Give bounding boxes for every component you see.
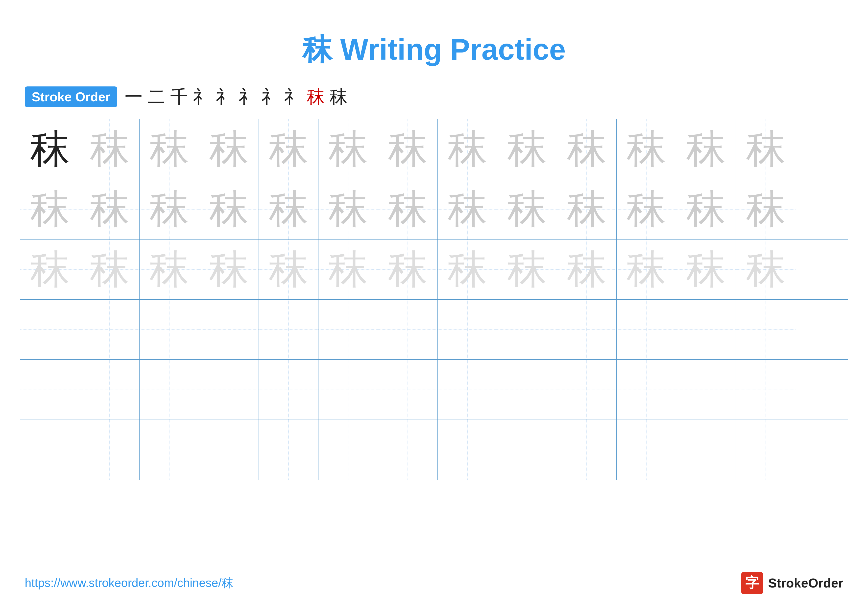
stroke-step-8: 礻 [284,85,302,109]
char-display: 秣 [90,250,129,289]
stroke-step-3: 千 [170,85,188,109]
grid-row-6 [20,420,848,480]
grid-cell-3-4[interactable]: 秣 [199,239,259,299]
grid-cell-3-13[interactable]: 秣 [736,239,795,299]
grid-cell-6-7[interactable] [378,420,438,480]
grid-cell-2-2[interactable]: 秣 [80,179,140,239]
grid-cell-5-13[interactable] [736,360,795,420]
grid-cell-3-7[interactable]: 秣 [378,239,438,299]
grid-cell-5-2[interactable] [80,360,140,420]
grid-cell-2-10[interactable]: 秣 [557,179,617,239]
grid-cell-6-2[interactable] [80,420,140,480]
char-display: 秣 [30,129,70,169]
grid-cell-5-9[interactable] [498,360,557,420]
grid-cell-1-13[interactable]: 秣 [736,119,795,179]
grid-cell-3-6[interactable]: 秣 [318,239,378,299]
grid-cell-1-11[interactable]: 秣 [617,119,676,179]
stroke-step-4: 礻 [193,85,211,109]
char-display: 秣 [90,129,129,169]
stroke-step-10: 秣 [330,85,347,109]
grid-cell-3-8[interactable]: 秣 [438,239,498,299]
grid-cell-6-11[interactable] [617,420,676,480]
grid-cell-6-12[interactable] [676,420,736,480]
grid-cell-1-3[interactable]: 秣 [140,119,199,179]
grid-cell-1-6[interactable]: 秣 [318,119,378,179]
grid-cell-4-1[interactable] [20,300,80,359]
char-display: 秣 [567,129,606,169]
grid-cell-6-10[interactable] [557,420,617,480]
stroke-order-section: Stroke Order 一 二 千 礻 礻 礻 礻 礻 秣 秣 [25,85,868,109]
grid-cell-1-1[interactable]: 秣 [20,119,80,179]
grid-cell-2-13[interactable]: 秣 [736,179,795,239]
grid-cell-6-6[interactable] [318,420,378,480]
grid-cell-4-10[interactable] [557,300,617,359]
grid-cell-1-7[interactable]: 秣 [378,119,438,179]
grid-cell-4-4[interactable] [199,300,259,359]
grid-cell-5-7[interactable] [378,360,438,420]
grid-cell-1-2[interactable]: 秣 [80,119,140,179]
grid-cell-2-5[interactable]: 秣 [259,179,318,239]
grid-cell-3-1[interactable]: 秣 [20,239,80,299]
grid-cell-2-12[interactable]: 秣 [676,179,736,239]
grid-cell-1-10[interactable]: 秣 [557,119,617,179]
grid-cell-3-5[interactable]: 秣 [259,239,318,299]
grid-cell-6-9[interactable] [498,420,557,480]
char-display: 秣 [507,129,547,169]
grid-row-2: 秣 秣 秣 秣 秣 秣 秣 秣 秣 秣 秣 秣 秣 [20,179,848,239]
grid-cell-4-7[interactable] [378,300,438,359]
grid-cell-3-11[interactable]: 秣 [617,239,676,299]
grid-cell-4-9[interactable] [498,300,557,359]
grid-cell-1-5[interactable]: 秣 [259,119,318,179]
char-display: 秣 [507,190,547,229]
grid-cell-5-11[interactable] [617,360,676,420]
stroke-step-1: 一 [125,85,143,109]
grid-cell-3-2[interactable]: 秣 [80,239,140,299]
grid-cell-2-1[interactable]: 秣 [20,179,80,239]
grid-cell-6-8[interactable] [438,420,498,480]
grid-cell-3-9[interactable]: 秣 [498,239,557,299]
grid-cell-6-4[interactable] [199,420,259,480]
char-display: 秣 [388,129,428,169]
grid-cell-3-10[interactable]: 秣 [557,239,617,299]
grid-cell-1-8[interactable]: 秣 [438,119,498,179]
stroke-step-5: 礻 [216,85,234,109]
grid-cell-5-5[interactable] [259,360,318,420]
grid-cell-1-12[interactable]: 秣 [676,119,736,179]
grid-cell-2-7[interactable]: 秣 [378,179,438,239]
grid-cell-6-5[interactable] [259,420,318,480]
grid-cell-2-8[interactable]: 秣 [438,179,498,239]
grid-cell-6-3[interactable] [140,420,199,480]
char-display: 秣 [746,190,786,229]
grid-cell-5-12[interactable] [676,360,736,420]
page-title: 秣 Writing Practice [0,30,868,70]
grid-cell-4-12[interactable] [676,300,736,359]
grid-cell-6-1[interactable] [20,420,80,480]
grid-row-3: 秣 秣 秣 秣 秣 秣 秣 秣 秣 秣 秣 秣 秣 [20,239,848,300]
grid-cell-5-8[interactable] [438,360,498,420]
grid-cell-6-13[interactable] [736,420,795,480]
grid-cell-4-3[interactable] [140,300,199,359]
grid-cell-5-1[interactable] [20,360,80,420]
grid-cell-3-12[interactable]: 秣 [676,239,736,299]
grid-cell-4-6[interactable] [318,300,378,359]
grid-cell-1-4[interactable]: 秣 [199,119,259,179]
grid-cell-4-5[interactable] [259,300,318,359]
grid-cell-2-4[interactable]: 秣 [199,179,259,239]
grid-cell-1-9[interactable]: 秣 [498,119,557,179]
grid-cell-3-3[interactable]: 秣 [140,239,199,299]
char-display: 秣 [329,129,368,169]
grid-cell-4-13[interactable] [736,300,795,359]
grid-cell-5-6[interactable] [318,360,378,420]
grid-cell-2-9[interactable]: 秣 [498,179,557,239]
char-display: 秣 [448,129,487,169]
grid-cell-2-3[interactable]: 秣 [140,179,199,239]
grid-cell-2-11[interactable]: 秣 [617,179,676,239]
grid-cell-4-8[interactable] [438,300,498,359]
grid-cell-5-10[interactable] [557,360,617,420]
grid-cell-2-6[interactable]: 秣 [318,179,378,239]
char-display: 秣 [746,129,786,169]
grid-cell-5-4[interactable] [199,360,259,420]
grid-cell-4-2[interactable] [80,300,140,359]
grid-cell-4-11[interactable] [617,300,676,359]
grid-cell-5-3[interactable] [140,360,199,420]
